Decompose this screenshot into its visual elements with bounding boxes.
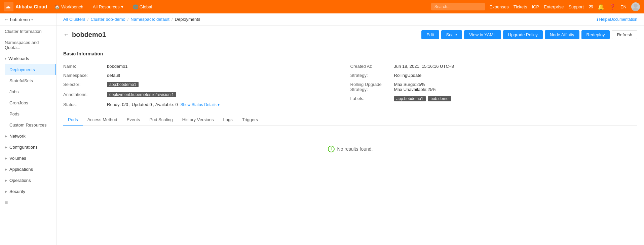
annotations-tag: deployment.kubernetes.io/revision:1 [107, 92, 176, 97]
info-grid: Name: bobdemo1 Namespace: default Select… [63, 62, 637, 109]
sidebar-group-volumes[interactable]: ▶ Volumes [0, 153, 56, 164]
redeploy-button[interactable]: Redeploy [581, 30, 610, 39]
upgrade-policy-button[interactable]: Upgrade Policy [503, 30, 543, 39]
info-annotations-row: Annotations: deployment.kubernetes.io/re… [63, 90, 350, 100]
node-affinity-button[interactable]: Node Affinity [545, 30, 579, 39]
help-icon: ℹ [597, 17, 598, 22]
tab-events[interactable]: Events [122, 114, 145, 126]
lang-switcher[interactable]: EN [620, 4, 627, 9]
tab-pod-scaling[interactable]: Pod Scaling [145, 114, 177, 126]
bell-icon[interactable]: 🔔 [598, 4, 604, 10]
empty-message: No results found. [337, 146, 373, 152]
sidebar-item-custom-resources[interactable]: Custom Resources [5, 119, 56, 131]
header-actions: Edit Scale View in YAML Upgrade Policy N… [421, 30, 637, 39]
icp-link[interactable]: ICP [532, 4, 539, 9]
tab-logs[interactable]: Logs [219, 114, 237, 126]
cluster-dropdown-icon: ▾ [31, 18, 33, 21]
logo[interactable]: ☁ Alibaba Cloud [4, 2, 47, 11]
workloads-items: Deployments StatefulSets Jobs CronJobs P… [0, 64, 56, 131]
info-selector-row: Selector: app:bobdemo1 [63, 80, 350, 90]
enterprise-link[interactable]: Enterprise [544, 4, 564, 9]
info-strategy-row: Strategy: RollingUpdate [350, 71, 638, 80]
svg-point-3 [632, 8, 639, 11]
sidebar-group-configurations[interactable]: ▶ Configurations [0, 142, 56, 153]
strategy-value: RollingUpdate [394, 73, 638, 78]
workloads-arrow-icon: ▾ [5, 57, 6, 60]
sidebar-group-operations[interactable]: ▶ Operations [0, 175, 56, 186]
edit-button[interactable]: Edit [421, 30, 439, 39]
info-rolling-row: Rolling Upgrade Strategy: Max Surge:25% … [350, 80, 638, 94]
expenses-link[interactable]: Expenses [490, 4, 509, 9]
nav-global[interactable]: 🌐 Global [131, 4, 154, 9]
labels-values: app:bobdemo1 bob:demo [394, 96, 638, 102]
breadcrumb-namespace[interactable]: Namespace: default [130, 17, 169, 22]
breadcrumb-sep-3: / [172, 17, 173, 22]
info-status-row: Status: Ready: 0/0 , Updated:0 , Availab… [63, 100, 350, 109]
name-value: bobdemo1 [107, 64, 350, 69]
question-icon[interactable]: ❓ [609, 4, 616, 10]
search-input[interactable] [431, 3, 485, 10]
tab-access-method[interactable]: Access Method [83, 114, 122, 126]
page-header: ← bobdemo1 Edit Scale View in YAML Upgra… [56, 26, 644, 44]
created-at-label: Created At: [350, 64, 394, 69]
breadcrumb-cluster[interactable]: Cluster:bob-demo [90, 17, 125, 22]
support-link[interactable]: Support [568, 4, 584, 9]
svg-point-2 [634, 4, 638, 8]
sidebar-item-deployments[interactable]: Deployments [5, 64, 56, 75]
top-nav-right: Expenses Tickets ICP Enterprise Support … [431, 2, 640, 11]
label-tag-2: bob:demo [428, 96, 451, 101]
tab-history-versions[interactable]: History Versions [178, 114, 219, 126]
cluster-selector[interactable]: ← bob-demo ▾ [0, 13, 56, 26]
tab-triggers[interactable]: Triggers [237, 114, 263, 126]
tickets-link[interactable]: Tickets [514, 4, 527, 9]
sidebar-group-security[interactable]: ▶ Security [0, 186, 56, 197]
configurations-arrow-icon: ▶ [5, 145, 7, 149]
main-content: All Clusters / Cluster:bob-demo / Namesp… [56, 13, 644, 245]
basic-info-title: Basic Information [63, 51, 637, 56]
namespace-label: Namespace: [63, 73, 107, 78]
sidebar-item-namespaces[interactable]: Namespaces and Quota... [0, 37, 56, 53]
back-button[interactable]: ← [63, 31, 69, 38]
sidebar-group-network[interactable]: ▶ Network [0, 131, 56, 142]
nav-resources[interactable]: All Resources ▾ [91, 4, 125, 9]
rolling-value: Max Surge:25% Max Unavailable:25% [394, 82, 638, 92]
content-area: Basic Information Name: bobdemo1 Namespa… [56, 44, 644, 245]
tab-pods[interactable]: Pods [63, 114, 83, 126]
show-status-details-link[interactable]: Show Status Details ▾ [180, 102, 220, 107]
sidebar-item-pods[interactable]: Pods [5, 108, 56, 119]
strategy-label: Strategy: [350, 73, 394, 78]
logo-text: Alibaba Cloud [15, 4, 47, 9]
sidebar-collapse-btn[interactable]: ≡ [0, 197, 56, 208]
security-arrow-icon: ▶ [5, 190, 7, 193]
workbench-icon: 🏠 [54, 4, 60, 9]
selector-label: Selector: [63, 82, 107, 87]
breadcrumb-bar: All Clusters / Cluster:bob-demo / Namesp… [56, 13, 644, 26]
breadcrumb: All Clusters / Cluster:bob-demo / Namesp… [63, 17, 200, 22]
sidebar-section-top: Cluster Information Namespaces and Quota… [0, 26, 56, 53]
selector-tag: app:bobdemo1 [107, 82, 139, 87]
sidebar-item-cronjobs[interactable]: CronJobs [5, 97, 56, 108]
rolling-value-2: Max Unavailable:25% [394, 87, 638, 92]
annotations-label: Annotations: [63, 92, 107, 97]
nav-workbench[interactable]: 🏠 Workbench [52, 4, 85, 9]
avatar[interactable] [631, 2, 640, 11]
scale-button[interactable]: Scale [441, 30, 462, 39]
page-title: bobdemo1 [72, 31, 106, 39]
mail-icon[interactable]: ✉ [589, 4, 593, 10]
info-labels-row: Labels: app:bobdemo1 bob:demo [350, 94, 638, 104]
help-documentation-link[interactable]: ℹ Help&Documentation [597, 17, 637, 22]
breadcrumb-all-clusters[interactable]: All Clusters [63, 17, 85, 22]
view-yaml-button[interactable]: View in YAML [464, 30, 501, 39]
refresh-button[interactable]: Refresh [612, 30, 637, 39]
sidebar-groups: ▶ Network ▶ Configurations ▶ Volumes ▶ A… [0, 131, 56, 197]
sidebar-group-applications[interactable]: ▶ Applications [0, 164, 56, 175]
sidebar-item-statefulsets[interactable]: StatefulSets [5, 75, 56, 86]
sidebar-item-jobs[interactable]: Jobs [5, 86, 56, 97]
sidebar-item-cluster-info[interactable]: Cluster Information [0, 26, 56, 37]
empty-info-icon: i [328, 146, 335, 152]
dropdown-icon: ▾ [121, 4, 123, 9]
labels-label: Labels: [350, 96, 394, 101]
back-arrow-icon: ← [4, 17, 9, 22]
workloads-group[interactable]: ▾ Workloads [0, 53, 56, 64]
breadcrumb-sep-2: / [127, 17, 129, 22]
